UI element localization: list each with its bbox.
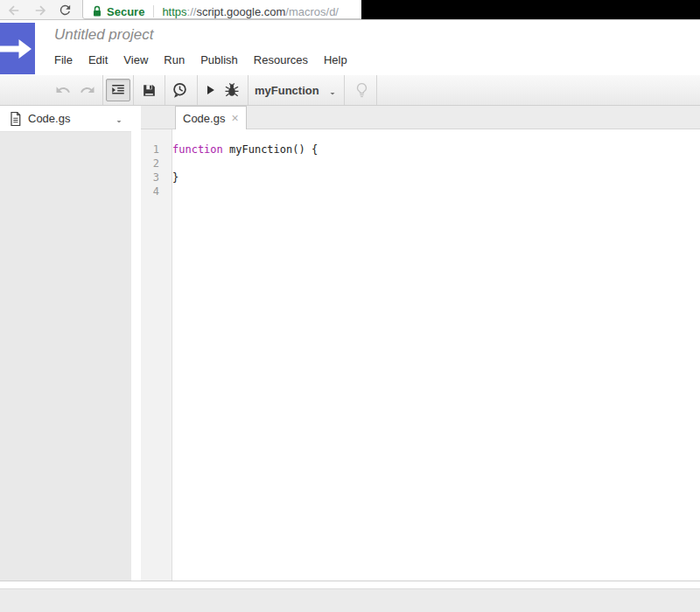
url-redaction-bar (361, 0, 700, 19)
suggestions-button[interactable] (352, 80, 371, 101)
url-scheme: https (162, 5, 186, 18)
code-line-text (166, 184, 172, 198)
back-arrow-icon (6, 3, 22, 18)
arrow-logo-icon (0, 31, 35, 66)
toolbar-separator (197, 75, 198, 105)
execution-transcript-button[interactable] (170, 80, 189, 100)
browser-toolbar: Secure https://script.google.com/macros/… (0, 0, 700, 20)
save-icon (141, 82, 158, 99)
menu-run[interactable]: Run (156, 51, 192, 69)
forward-arrow-icon (32, 3, 48, 18)
play-icon (202, 82, 218, 98)
tab-label: Code.gs (183, 112, 225, 125)
url-text: https://script.google.com/macros/d/ (162, 5, 339, 18)
code-line-text: function myFunction() { (166, 143, 318, 156)
menu-view[interactable]: View (116, 51, 156, 69)
plain-token: } (172, 171, 178, 184)
apps-script-editor-window: Secure https://script.google.com/macros/… (0, 0, 700, 612)
save-button[interactable] (139, 81, 158, 99)
script-file-icon (9, 111, 23, 127)
sidebar-item-code-gs[interactable]: Code.gs (0, 106, 131, 132)
tab-strip: Code.gs × (141, 106, 700, 129)
apps-script-logo (0, 23, 35, 74)
run-button[interactable] (201, 81, 219, 99)
reload-button[interactable] (55, 1, 74, 19)
plain-token: myFunction() { (223, 143, 318, 156)
chevron-down-icon (327, 86, 338, 101)
toolbar-separator (102, 75, 103, 105)
code-line: 4 (141, 184, 700, 198)
code-line-text (166, 156, 172, 170)
code-line: 2 (141, 156, 700, 170)
secure-lock-icon (92, 5, 102, 17)
toolbar-separator (376, 75, 377, 105)
line-number: 1 (141, 143, 166, 156)
keyword-token: function (172, 143, 223, 156)
code-line: 3 } (141, 170, 700, 184)
code-line: 1 function myFunction() { (141, 143, 700, 156)
menu-file[interactable]: File (46, 51, 80, 69)
code-line-text: } (166, 170, 178, 184)
menu-help[interactable]: Help (316, 51, 355, 69)
toolbar-separator (248, 75, 248, 105)
function-selector[interactable]: myFunction (255, 75, 342, 105)
back-button[interactable] (4, 1, 24, 19)
line-number: 2 (141, 156, 166, 170)
tab-close-icon[interactable]: × (231, 113, 238, 123)
lightbulb-icon (354, 81, 370, 100)
undo-icon (54, 82, 72, 98)
toolbar-separator (133, 75, 134, 105)
tab-code-gs[interactable]: Code.gs × (175, 106, 247, 129)
line-number: 4 (141, 184, 166, 198)
indent-icon (110, 82, 126, 98)
bug-icon (223, 81, 241, 99)
menu-bar: File Edit View Run Publish Resources Hel… (46, 51, 355, 69)
url-path: /macros/d/ (285, 5, 339, 18)
forward-button[interactable] (31, 1, 50, 19)
indent-button[interactable] (106, 79, 130, 101)
toolbar-separator (344, 75, 345, 105)
menu-publish[interactable]: Publish (192, 51, 246, 69)
code-editor: Code.gs × 1 function myFunction() { 2 3 … (141, 106, 700, 581)
files-sidebar: Code.gs (0, 106, 131, 581)
debug-button[interactable] (222, 80, 242, 100)
url-host: script.google.com (196, 5, 285, 18)
redo-icon (79, 82, 96, 98)
line-number: 3 (141, 170, 166, 184)
toolbar-separator (164, 75, 165, 105)
url-separator: :// (187, 5, 197, 18)
menu-edit[interactable]: Edit (80, 51, 116, 69)
status-bar (0, 588, 700, 612)
execution-transcript-icon (171, 81, 189, 100)
omnibox-divider (153, 5, 154, 17)
function-selector-value: myFunction (255, 84, 319, 97)
code-text-area[interactable]: 1 function myFunction() { 2 3 } 4 (141, 129, 700, 581)
undo-button[interactable] (53, 81, 73, 99)
sidebar-file-name: Code.gs (28, 112, 70, 125)
project-title[interactable]: Untitled project (54, 26, 153, 44)
menu-resources[interactable]: Resources (246, 51, 316, 69)
toolbar: myFunction (0, 75, 700, 106)
redo-button[interactable] (78, 81, 97, 99)
secure-label: Secure (107, 5, 144, 18)
reload-icon (58, 3, 73, 17)
file-menu-caret-icon[interactable] (114, 114, 124, 129)
content-area: Code.gs Code.gs × 1 function myFunction(… (0, 106, 700, 581)
app-header: Untitled project File Edit View Run Publ… (0, 20, 700, 75)
